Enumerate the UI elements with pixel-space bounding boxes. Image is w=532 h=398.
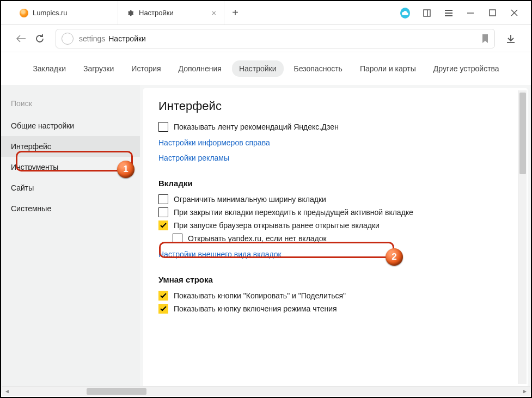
new-tab-button[interactable]: +	[224, 1, 246, 25]
checkbox[interactable]	[158, 207, 168, 217]
heading-smartline: Умная строка	[158, 275, 512, 284]
sidebar: Поиск Общие настройки Интерфейс Инструме…	[1, 85, 140, 393]
option-label: Ограничить минимальную ширину вкладки	[174, 195, 326, 204]
checkbox[interactable]	[158, 122, 168, 132]
heading-interface: Интерфейс	[158, 99, 512, 113]
downloads-button[interactable]	[502, 29, 520, 48]
window-controls	[388, 1, 531, 25]
close-icon[interactable]: ×	[212, 9, 216, 17]
subnav-history[interactable]: История	[124, 60, 168, 77]
vertical-scrollbar[interactable]	[518, 90, 527, 384]
tab-label: Lumpics.ru	[33, 9, 68, 17]
favicon-lumpics	[20, 9, 28, 17]
checkbox-checked[interactable]	[158, 221, 168, 230]
option-reader-mode[interactable]: Показывать кнопку включения режима чтени…	[158, 304, 512, 314]
annotation-badge-1: 1	[117, 161, 134, 178]
menu-icon[interactable]	[444, 8, 454, 18]
subnav-devices[interactable]: Другие устройства	[426, 60, 506, 77]
minimize-button[interactable]	[466, 8, 475, 18]
nav-row: settings Настройки	[1, 25, 531, 52]
option-restore-tabs[interactable]: При запуске браузера открывать ранее отк…	[158, 221, 512, 230]
checkbox-checked[interactable]	[158, 291, 168, 301]
maximize-button[interactable]	[487, 8, 497, 18]
tab-settings[interactable]: Настройки ×	[118, 1, 224, 25]
scroll-right-icon[interactable]: ►	[520, 388, 530, 394]
titlebar: Lumpics.ru Настройки × +	[1, 1, 531, 25]
settings-subnav: Закладки Загрузки История Дополнения Нас…	[1, 52, 531, 85]
tab-lumpics[interactable]: Lumpics.ru	[12, 1, 118, 25]
settings-body: Поиск Общие настройки Интерфейс Инструме…	[1, 85, 531, 393]
tab-label: Настройки	[139, 9, 174, 17]
omnibox[interactable]: settings Настройки	[56, 29, 495, 48]
option-label: При закрытии вкладки переходить к предыд…	[174, 208, 413, 217]
subnav-security[interactable]: Безопасность	[287, 60, 350, 77]
omnibox-prefix: settings	[79, 34, 105, 43]
heading-tabs: Вкладки	[158, 179, 512, 188]
close-button[interactable]	[509, 8, 519, 18]
checkbox-checked[interactable]	[158, 304, 168, 314]
panel-icon[interactable]	[422, 8, 432, 18]
link-tabs-appearance[interactable]: Настройки внешнего вида вкладок	[158, 250, 282, 259]
reload-button[interactable]	[30, 29, 49, 48]
subnav-bookmarks[interactable]: Закладки	[26, 60, 73, 77]
option-label: Показывать кнопку включения режима чтени…	[174, 304, 337, 313]
settings-content: Интерфейс Показывать ленту рекомендаций …	[143, 88, 528, 393]
sidebar-item-interface[interactable]: Интерфейс	[1, 136, 140, 157]
horizontal-scrollbar[interactable]: ◄ ►	[2, 386, 530, 396]
scroll-thumb[interactable]	[87, 388, 146, 395]
bookmark-icon[interactable]	[481, 34, 489, 44]
sidebar-item-sites[interactable]: Сайты	[1, 177, 140, 198]
sidebar-item-general[interactable]: Общие настройки	[1, 115, 140, 136]
back-button[interactable]	[12, 29, 30, 48]
option-label: Показывать кнопки "Копировать" и "Подели…	[174, 291, 346, 300]
sidebar-item-system[interactable]: Системные	[1, 198, 140, 219]
gear-icon	[126, 9, 134, 17]
annotation-badge-2: 2	[386, 248, 403, 266]
checkbox[interactable]	[158, 194, 168, 204]
cloud-icon[interactable]	[400, 8, 410, 18]
link-informers[interactable]: Настройки информеров справа	[158, 138, 270, 147]
tab-strip: Lumpics.ru Настройки × +	[1, 1, 388, 25]
link-ads[interactable]: Настройки рекламы	[158, 154, 229, 162]
option-open-yandex[interactable]: Открывать yandex.ru, если нет вкладок	[173, 234, 512, 243]
svg-rect-0	[424, 10, 430, 16]
subnav-addons[interactable]: Дополнения	[172, 60, 229, 77]
scroll-thumb[interactable]	[519, 93, 526, 174]
option-copy-share[interactable]: Показывать кнопки "Копировать" и "Подели…	[158, 291, 512, 301]
option-limit-width[interactable]: Ограничить минимальную ширину вкладки	[158, 194, 512, 204]
option-label: При запуске браузера открывать ранее отк…	[174, 221, 380, 230]
omnibox-title: Настройки	[108, 34, 146, 43]
option-label: Открывать yandex.ru, если нет вкладок	[188, 234, 327, 243]
option-zen-feed[interactable]: Показывать ленту рекомендаций Яндекс.Дзе…	[158, 122, 512, 132]
subnav-passwords[interactable]: Пароли и карты	[353, 60, 423, 77]
checkbox[interactable]	[173, 234, 182, 243]
scroll-left-icon[interactable]: ◄	[2, 388, 12, 394]
option-label: Показывать ленту рекомендаций Яндекс.Дзе…	[174, 123, 339, 131]
site-icon	[62, 33, 74, 45]
subnav-downloads[interactable]: Загрузки	[76, 60, 121, 77]
option-prev-active[interactable]: При закрытии вкладки переходить к предыд…	[158, 207, 512, 217]
search-input[interactable]: Поиск	[9, 94, 132, 113]
subnav-settings[interactable]: Настройки	[232, 60, 284, 77]
svg-rect-6	[490, 10, 496, 16]
